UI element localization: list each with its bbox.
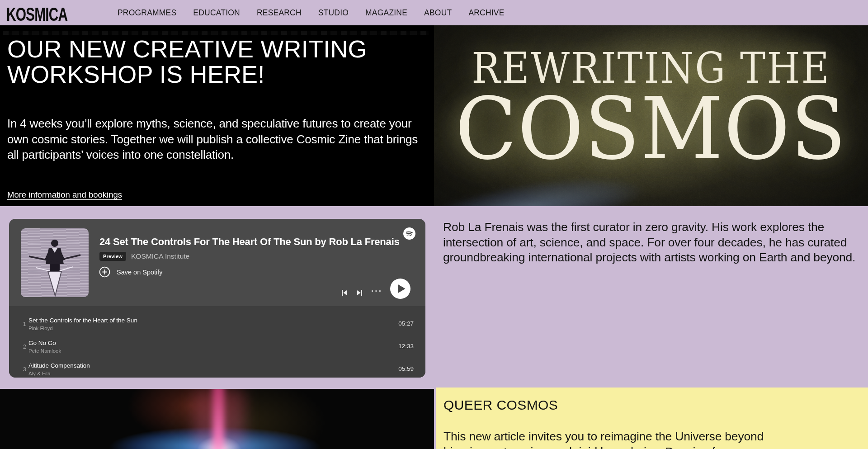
hero-bookings-link[interactable]: More information and bookings — [7, 190, 122, 200]
track-number: 2 — [18, 343, 26, 350]
next-track-icon[interactable] — [356, 289, 363, 297]
track-info: Go No Go Pete Namlook — [28, 340, 61, 354]
hero-title: OUR NEW CREATIVE WRITING WORKSHOP IS HER… — [7, 36, 387, 87]
play-button[interactable] — [390, 279, 410, 299]
image-headline-line2: COSMOS — [434, 86, 868, 172]
track-title: Go No Go — [28, 340, 61, 346]
nav-item-studio[interactable]: STUDIO — [318, 8, 349, 18]
nav-item-about[interactable]: ABOUT — [424, 8, 452, 18]
track-artist: Pete Namlook — [28, 348, 61, 354]
track-artist: Pink Floyd — [28, 326, 137, 331]
preview-row: Preview KOSMICA Institute — [99, 252, 189, 261]
more-options-icon[interactable]: ··· — [371, 286, 382, 296]
track-number: 3 — [18, 366, 26, 373]
player-header: 24 Set The Controls For The Heart Of The… — [9, 219, 425, 306]
hero-description: In 4 weeks you’ll explore myths, science… — [7, 116, 428, 163]
add-circle-icon — [99, 266, 110, 278]
hero-ticker-strip — [3, 31, 429, 35]
track-duration: 12:33 — [398, 343, 414, 350]
save-label: Save on Spotify — [117, 269, 163, 276]
preview-badge: Preview — [99, 252, 126, 261]
track-info: Altitude Compensation Aly & Fila — [28, 362, 90, 376]
image-headline: REWRITING THE COSMOS — [434, 46, 868, 169]
nav-item-archive[interactable]: ARCHIVE — [468, 8, 504, 18]
playlist-section: 24 Set The Controls For The Heart Of The… — [0, 206, 868, 388]
track-row[interactable]: 3 Altitude Compensation Aly & Fila 05:59 — [9, 358, 425, 378]
rower-artwork — [21, 228, 89, 297]
hero-announcement-panel: OUR NEW CREATIVE WRITING WORKSHOP IS HER… — [0, 25, 434, 206]
playlist-title[interactable]: 24 Set The Controls For The Heart Of The… — [99, 236, 416, 248]
nav-item-research[interactable]: RESEARCH — [257, 8, 302, 18]
hero-section: OUR NEW CREATIVE WRITING WORKSHOP IS HER… — [0, 25, 868, 206]
rewriting-the-cosmos-image: REWRITING THE COSMOS — [434, 25, 868, 206]
playlist-owner[interactable]: KOSMICA Institute — [131, 252, 189, 260]
kosmica-logo[interactable]: KOSMICA — [6, 3, 67, 25]
top-nav: KOSMICA PROGRAMMES EDUCATION RESEARCH ST… — [0, 0, 868, 25]
track-info: Set the Controls for the Heart of the Su… — [28, 317, 137, 331]
nav-item-education[interactable]: EDUCATION — [193, 8, 240, 18]
article-title: QUEER COSMOS — [443, 397, 558, 413]
curator-bio: Rob La Frenais was the first curator in … — [443, 220, 858, 265]
track-row[interactable]: 2 Go No Go Pete Namlook 12:33 — [9, 336, 425, 358]
track-duration: 05:27 — [398, 320, 414, 327]
track-artist: Aly & Fila — [28, 371, 90, 376]
nav-menu: PROGRAMMES EDUCATION RESEARCH STUDIO MAG… — [118, 0, 505, 25]
track-duration: 05:59 — [398, 365, 414, 372]
track-title: Set the Controls for the Heart of the Su… — [28, 317, 137, 324]
save-on-spotify-button[interactable]: Save on Spotify — [99, 266, 163, 278]
queer-cosmos-panel: QUEER COSMOS This new article invites yo… — [436, 388, 868, 449]
nav-item-programmes[interactable]: PROGRAMMES — [118, 8, 176, 18]
previous-track-icon[interactable] — [340, 289, 348, 297]
track-row[interactable]: 1 Set the Controls for the Heart of the … — [9, 313, 425, 336]
nav-item-magazine[interactable]: MAGAZINE — [365, 8, 407, 18]
player-controls: ··· — [340, 279, 410, 299]
playlist-cover-art[interactable] — [21, 228, 89, 297]
spotify-embed-player: 24 Set The Controls For The Heart Of The… — [9, 219, 425, 378]
track-list: 1 Set the Controls for the Heart of the … — [9, 306, 425, 378]
article-body: This new article invites you to reimagin… — [443, 429, 801, 449]
bottom-section: QUEER COSMOS This new article invites yo… — [0, 388, 868, 449]
track-title: Altitude Compensation — [28, 362, 90, 369]
track-number: 1 — [18, 321, 26, 327]
light-flare-image — [0, 389, 434, 449]
